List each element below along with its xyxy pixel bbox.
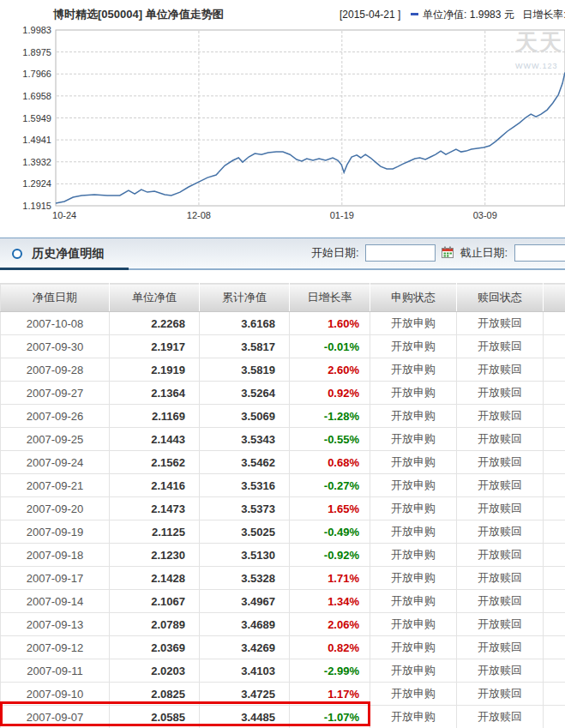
unit-nav-cell: 2.1917 [110, 335, 200, 358]
y-axis-tick-label: 1.8975 [22, 47, 51, 57]
column-header: 赎回状态 [457, 284, 544, 312]
redeem-status-cell: 开放赎回 [457, 706, 544, 728]
unit-nav-cell: 2.1067 [110, 590, 200, 613]
section-title: 历史净值明细 [32, 246, 104, 260]
date-cell: 2007-09-13 [1, 613, 110, 636]
table-row: 2007-09-172.14283.53281.71%开放申购开放赎回 [1, 567, 565, 590]
history-nav-table: 净值日期单位净值累计净值日增长率申购状态赎回状态 2007-10-082.226… [0, 283, 565, 728]
date-cell: 2007-09-12 [1, 636, 110, 659]
extra-cell [544, 590, 565, 613]
redeem-status-cell: 开放赎回 [457, 567, 544, 590]
extra-cell [544, 451, 565, 474]
unit-nav-cell: 2.0825 [110, 683, 200, 706]
extra-cell [544, 382, 565, 405]
nav-trend-chart: 1.99831.89751.79661.69581.59491.49411.39… [0, 0, 565, 232]
nav-unit-label: 元 [504, 9, 514, 21]
y-axis-tick-label: 1.2924 [22, 178, 51, 189]
daily-growth-cell: 0.82% [290, 636, 370, 659]
cum-nav-cell: 3.4967 [200, 590, 290, 613]
cum-nav-cell: 3.5130 [200, 544, 290, 567]
purchase-status-cell: 开放申购 [370, 544, 457, 567]
extra-cell [544, 497, 565, 520]
redeem-status-cell: 开放赎回 [457, 428, 544, 451]
x-axis-tick-label: 10-24 [52, 210, 76, 220]
daily-growth-cell: 2.06% [290, 613, 370, 636]
unit-nav-cell: 2.1125 [110, 520, 200, 544]
date-cell: 2007-09-07 [1, 706, 110, 728]
purchase-status-cell: 开放申购 [370, 312, 457, 335]
date-cell: 2007-09-26 [1, 405, 110, 428]
x-axis-tick-label: 01-19 [330, 210, 354, 220]
section-underline [0, 268, 565, 270]
circle-bullet-icon [12, 249, 22, 259]
column-header [544, 284, 565, 312]
redeem-status-cell: 开放赎回 [457, 520, 544, 544]
extra-cell [544, 358, 565, 382]
unit-nav-cell: 2.1416 [110, 474, 200, 497]
table-row: 2007-09-252.14433.5343-0.55%开放申购开放赎回 [1, 428, 565, 451]
extra-cell [544, 405, 565, 428]
redeem-status-cell: 开放赎回 [457, 358, 544, 382]
daily-growth-cell: -0.49% [290, 520, 370, 544]
date-cell: 2007-09-18 [1, 544, 110, 567]
calendar-icon[interactable] [442, 246, 454, 261]
table-row: 2007-09-102.08253.47251.17%开放申购开放赎回 [1, 683, 565, 706]
table-row: 2007-09-132.07893.46892.06%开放申购开放赎回 [1, 613, 565, 636]
y-axis-tick-label: 1.5949 [22, 113, 51, 123]
redeem-status-cell: 开放赎回 [457, 636, 544, 659]
date-cell: 2007-09-11 [1, 659, 110, 683]
date-cell: 2007-09-21 [1, 474, 110, 497]
redeem-status-cell: 开放赎回 [457, 613, 544, 636]
cum-nav-cell: 3.5264 [200, 382, 290, 405]
date-cell: 2007-09-28 [1, 358, 110, 382]
end-date-label: 截止日期: [460, 246, 508, 259]
extra-cell [544, 428, 565, 451]
table-row: 2007-09-282.19193.58192.60%开放申购开放赎回 [1, 358, 565, 382]
purchase-status-cell: 开放申购 [370, 428, 457, 451]
table-row: 2007-09-182.12303.5130-0.92%开放申购开放赎回 [1, 544, 565, 567]
redeem-status-cell: 开放赎回 [457, 405, 544, 428]
cum-nav-cell: 3.5817 [200, 335, 290, 358]
date-cell: 2007-09-14 [1, 590, 110, 613]
unit-nav-cell: 2.0789 [110, 613, 200, 636]
unit-nav-cell: 2.1919 [110, 358, 200, 382]
daily-growth-cell: 0.68% [290, 451, 370, 474]
cum-nav-cell: 3.5316 [200, 474, 290, 497]
column-header: 单位净值 [110, 284, 200, 312]
extra-cell [544, 567, 565, 590]
table-row: 2007-09-192.11253.5025-0.49%开放申购开放赎回 [1, 520, 565, 544]
table-row: 2007-09-212.14163.5316-0.27%开放申购开放赎回 [1, 474, 565, 497]
unit-nav-cell: 2.1364 [110, 382, 200, 405]
y-axis-tick-label: 1.9983 [22, 25, 51, 35]
daily-growth-cell: -0.27% [290, 474, 370, 497]
table-row: 2007-09-112.02033.4103-2.99%开放申购开放赎回 [1, 659, 565, 683]
unit-nav-cell: 2.0585 [110, 706, 200, 728]
redeem-status-cell: 开放赎回 [457, 312, 544, 335]
extra-cell [544, 613, 565, 636]
cum-nav-cell: 3.5819 [200, 358, 290, 382]
cum-nav-cell: 3.5373 [200, 497, 290, 520]
unit-nav-cell: 2.0369 [110, 636, 200, 659]
date-cell: 2007-09-10 [1, 683, 110, 706]
unit-nav-cell: 2.1473 [110, 497, 200, 520]
history-section-bar: 历史净值明细 开始日期: 截止日期: [0, 238, 565, 269]
purchase-status-cell: 开放申购 [370, 405, 457, 428]
column-header: 累计净值 [200, 284, 290, 312]
extra-cell [544, 544, 565, 567]
purchase-status-cell: 开放申购 [370, 382, 457, 405]
purchase-status-cell: 开放申购 [370, 497, 457, 520]
start-date-input[interactable] [365, 244, 436, 262]
cum-nav-cell: 3.4269 [200, 636, 290, 659]
daily-growth-cell: 1.17% [290, 683, 370, 706]
unit-nav-cell: 2.1230 [110, 544, 200, 567]
daily-growth-cell: 1.60% [290, 312, 370, 335]
redeem-status-cell: 开放赎回 [457, 497, 544, 520]
chart-title: 博时精选[050004] 单位净值走势图 [53, 7, 224, 22]
end-date-input[interactable] [514, 244, 565, 262]
history-nav-table-wrap: 净值日期单位净值累计净值日增长率申购状态赎回状态 2007-10-082.226… [0, 283, 565, 728]
redeem-status-cell: 开放赎回 [457, 451, 544, 474]
purchase-status-cell: 开放申购 [370, 636, 457, 659]
nav-legend-label: 单位净值: [423, 9, 466, 21]
table-row: 2007-09-262.11693.5069-1.28%开放申购开放赎回 [1, 405, 565, 428]
date-cell: 2007-09-19 [1, 520, 110, 544]
